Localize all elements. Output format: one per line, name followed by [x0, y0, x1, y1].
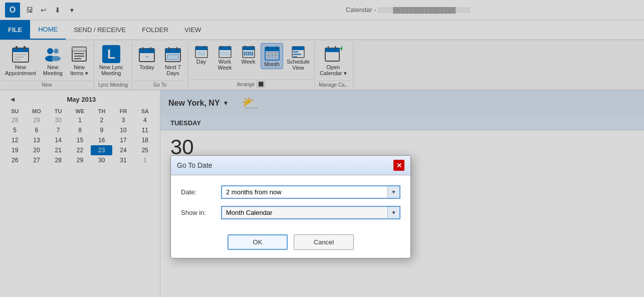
- modal-header: Go To Date ✕: [171, 156, 410, 175]
- show-in-combo: ▼: [221, 206, 400, 219]
- date-combo: ▼: [221, 185, 400, 199]
- show-in-label: Show in:: [181, 209, 221, 216]
- date-input[interactable]: [222, 186, 387, 198]
- goto-date-modal: Go To Date ✕ Date: ▼ Show in: ▼ OK Cance: [170, 155, 411, 258]
- modal-body: Date: ▼ Show in: ▼: [171, 175, 410, 234]
- modal-footer: OK Cancel: [171, 234, 410, 258]
- date-label: Date:: [181, 188, 221, 196]
- show-in-form-row: Show in: ▼: [181, 206, 400, 219]
- ok-button[interactable]: OK: [228, 234, 288, 250]
- show-in-input[interactable]: [222, 207, 387, 218]
- date-form-row: Date: ▼: [181, 185, 400, 199]
- show-in-dropdown-button[interactable]: ▼: [387, 207, 399, 218]
- modal-title: Go To Date: [177, 161, 212, 169]
- date-dropdown-button[interactable]: ▼: [387, 186, 399, 198]
- modal-overlay: Go To Date ✕ Date: ▼ Show in: ▼ OK Cance: [0, 0, 644, 297]
- modal-close-button[interactable]: ✕: [393, 160, 404, 171]
- cancel-button[interactable]: Cancel: [294, 234, 354, 250]
